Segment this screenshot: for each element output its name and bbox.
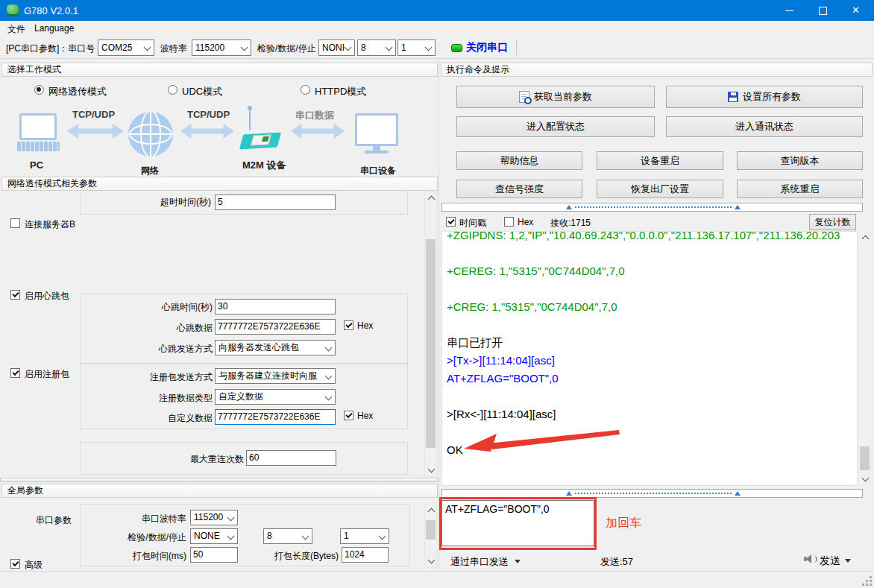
heartbeat-hex-checkbox[interactable] (344, 320, 353, 330)
scrollbar-thumb[interactable] (860, 446, 870, 470)
server-b-label[interactable]: 连接服务器B (25, 218, 75, 231)
timestamp-checkbox[interactable] (446, 217, 456, 227)
scroll-down-icon[interactable] (428, 557, 436, 564)
global-data-bits-select[interactable]: 8 (263, 528, 312, 544)
factory-reset-button[interactable]: 恢复出厂设置 (597, 180, 723, 198)
register-type-select[interactable]: 自定义数据 (215, 389, 336, 405)
data-bits-select[interactable]: 8 (357, 39, 396, 56)
stop-bits-select[interactable]: 1 (397, 39, 436, 56)
scroll-up-icon[interactable] (862, 235, 870, 243)
radio-udc-mode[interactable] (168, 85, 177, 95)
scroll-up-icon[interactable] (428, 508, 436, 516)
node-label-serial-device: 串口设备 (360, 165, 396, 177)
log-vertical-scrollbar[interactable] (858, 231, 871, 486)
baud-select[interactable]: 115200 (192, 39, 251, 56)
custom-hex-checkbox[interactable] (344, 411, 353, 420)
advanced-label[interactable]: 高级 (25, 559, 43, 572)
scroll-up-icon[interactable] (428, 196, 436, 203)
timestamp-label[interactable]: 时间戳 (459, 217, 486, 230)
pack-time-input[interactable]: 50 (190, 547, 238, 563)
node-label-m2m: M2M 设备 (242, 159, 286, 172)
timeout-input[interactable]: 5 (215, 195, 336, 210)
query-version-button[interactable]: 查询版本 (737, 151, 863, 170)
radio-httpd-mode[interactable] (301, 85, 310, 95)
resize-grip[interactable] (870, 584, 872, 586)
global-baud-select[interactable]: 115200 (190, 510, 238, 525)
radio-label-udc[interactable]: UDC模式 (182, 85, 222, 98)
net-params-scrollbar[interactable] (424, 192, 437, 477)
log-hex-checkbox[interactable] (504, 217, 514, 227)
send-via-dropdown[interactable]: 通过串口发送 (450, 555, 509, 569)
scrollbar-thumb[interactable] (426, 520, 436, 540)
scroll-down-icon[interactable] (428, 466, 436, 473)
register-send-mode-label: 注册包发送方式 (78, 371, 213, 384)
panel-splitter[interactable] (0, 478, 438, 482)
server-b-checkbox[interactable] (10, 218, 20, 228)
get-params-button[interactable]: 获取当前参数 (456, 86, 655, 108)
log-hex-label[interactable]: Hex (518, 217, 533, 227)
node-label-pc: PC (30, 159, 43, 171)
chevron-down-icon (325, 393, 333, 401)
scrollbar-thumb[interactable] (426, 239, 436, 448)
log-horizontal-scrollbar[interactable] (441, 203, 863, 212)
menu-language[interactable]: Language (34, 23, 74, 34)
custom-hex-label[interactable]: Hex (357, 411, 373, 421)
scroll-right-icon[interactable] (735, 491, 741, 496)
radio-net-transparent-mode[interactable] (34, 85, 44, 95)
chevron-down-icon (345, 44, 352, 51)
advanced-checkbox[interactable] (10, 559, 20, 569)
global-stop-bits-select[interactable]: 1 (340, 528, 389, 544)
radio-label-httpd[interactable]: HTTPD模式 (315, 85, 366, 98)
heartbeat-enable-checkbox[interactable] (10, 290, 20, 300)
minimize-icon (785, 10, 793, 11)
scroll-left-icon[interactable] (566, 491, 572, 496)
enter-config-state-button[interactable]: 进入配置状态 (456, 116, 655, 137)
pack-len-input[interactable]: 1024 (342, 547, 389, 563)
arrow-icon (291, 124, 345, 139)
set-all-params-button[interactable]: 设置所有参数 (666, 86, 863, 108)
device-restart-button[interactable]: 设备重启 (597, 151, 723, 170)
reconnect-input[interactable]: 60 (246, 450, 336, 466)
link-label-tcp2: TCP/UDP (187, 109, 230, 120)
radio-label-net-transparent[interactable]: 网络透传模式 (48, 85, 107, 98)
scroll-right-icon[interactable] (735, 205, 741, 209)
log-line (447, 244, 857, 262)
scroll-left-icon[interactable] (566, 205, 572, 209)
heartbeat-time-input[interactable]: 30 (215, 299, 336, 314)
reset-count-button[interactable]: 复位计数 (809, 214, 856, 230)
global-params-scrollbar[interactable] (424, 504, 437, 568)
net-params-header: 网络透传模式相关参数 (1, 177, 438, 191)
global-parity-select[interactable]: NONE (190, 528, 238, 544)
register-enable-checkbox[interactable] (10, 368, 20, 378)
heartbeat-data-input[interactable]: 7777772E7573722E636E (215, 319, 336, 335)
close-port-button[interactable]: 关闭串口 (466, 41, 508, 54)
send-button[interactable]: 发送 (820, 554, 840, 568)
chevron-down-icon (227, 514, 235, 522)
menu-file[interactable]: 文件 (7, 23, 25, 36)
heartbeat-mode-select[interactable]: 向服务器发送心跳包 (215, 340, 336, 355)
sent-counter: 发送:57 (600, 555, 633, 569)
register-enable-label[interactable]: 启用注册包 (25, 368, 69, 381)
heartbeat-hex-label[interactable]: Hex (357, 320, 373, 331)
log-line: >[Rx<-][11:14:04][asc] (447, 405, 857, 423)
global-baud-label: 串口波特率 (82, 513, 186, 525)
parity-select[interactable]: NONI (318, 39, 355, 56)
chevron-down-icon[interactable] (515, 560, 521, 563)
menu-bar: 文件 Language (0, 21, 874, 36)
enter-comm-state-button[interactable]: 进入通讯状态 (666, 116, 863, 137)
heartbeat-enable-label[interactable]: 启用心跳包 (25, 290, 69, 303)
query-signal-button[interactable]: 查信号强度 (456, 180, 582, 198)
help-info-button[interactable]: 帮助信息 (456, 151, 582, 170)
maximize-button[interactable] (806, 0, 840, 21)
system-restart-button[interactable]: 系统重启 (737, 180, 863, 198)
globe-icon (128, 112, 173, 157)
register-send-mode-select[interactable]: 与服务器建立连接时向服 (215, 368, 336, 384)
close-button[interactable]: ✕ (840, 0, 873, 21)
chevron-down-icon[interactable] (845, 559, 851, 563)
custom-data-input[interactable]: 7777772E7573722E636E (215, 409, 336, 425)
scroll-down-icon[interactable] (862, 475, 870, 482)
minimize-button[interactable] (773, 0, 806, 21)
log-line: +CREG: 1,"5315","0C744D04",7,0 (447, 298, 857, 316)
com-port-select[interactable]: COM25 (98, 39, 154, 56)
command-panel-header: 执行命令及提示 (441, 63, 873, 77)
